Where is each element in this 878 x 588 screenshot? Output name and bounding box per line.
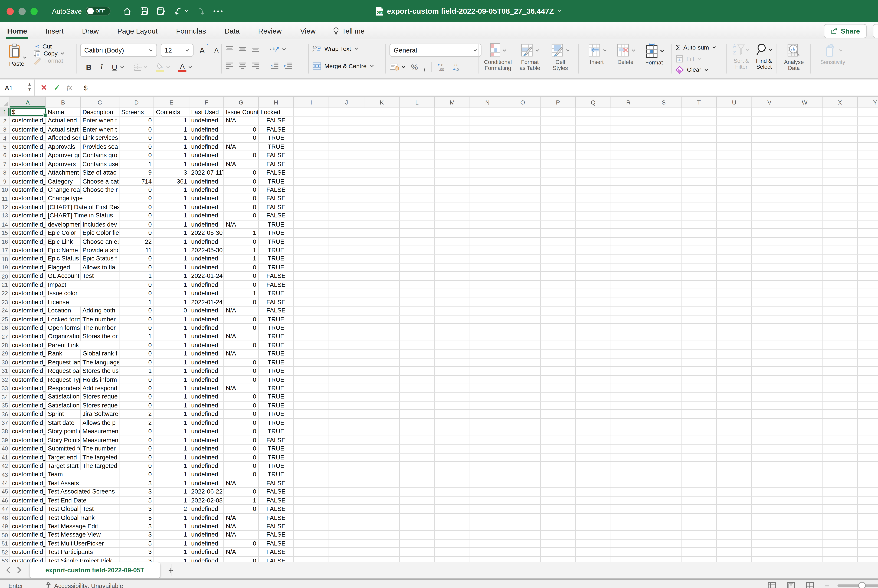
empty-cells[interactable] xyxy=(294,246,878,254)
cell-A22[interactable]: customfield_ xyxy=(10,289,46,297)
previous-sheet-arrow-icon[interactable] xyxy=(6,566,11,574)
cell-B25[interactable]: Locked form xyxy=(46,315,81,323)
empty-cells[interactable] xyxy=(294,134,878,142)
cell-F9[interactable]: undefined xyxy=(189,177,224,185)
column-header-R[interactable]: R xyxy=(611,97,646,108)
cell-A25[interactable]: customfield_ xyxy=(10,315,46,323)
cell-B24[interactable]: Location xyxy=(46,307,81,315)
cell-B14[interactable]: development xyxy=(46,220,81,228)
cell-A44[interactable]: customfield_ xyxy=(10,479,46,487)
cell-F8[interactable]: 2022-07-11T xyxy=(189,169,224,177)
empty-cells[interactable] xyxy=(294,255,878,263)
cell-H26[interactable]: TRUE xyxy=(259,324,294,332)
cell-A32[interactable]: customfield_ xyxy=(10,376,46,384)
normal-view-icon[interactable] xyxy=(767,582,776,588)
cell-D22[interactable]: 0 xyxy=(120,289,154,297)
cell-D49[interactable]: 3 xyxy=(120,522,154,530)
cell-C3[interactable]: Enter when t xyxy=(81,125,120,134)
cell-C34[interactable]: Stores reque xyxy=(81,393,120,401)
cell-E2[interactable]: 1 xyxy=(154,117,189,125)
row-header-2[interactable]: 2 xyxy=(0,117,10,125)
cell-E29[interactable]: 1 xyxy=(154,350,189,358)
cell-D28[interactable]: 0 xyxy=(120,341,154,349)
cell-H40[interactable]: TRUE xyxy=(259,445,294,453)
cell-D9[interactable]: 714 xyxy=(120,177,154,185)
cell-F36[interactable]: undefined xyxy=(189,410,224,418)
cell-E4[interactable]: 1 xyxy=(154,134,189,142)
empty-cells[interactable] xyxy=(294,540,878,548)
cell-F28[interactable]: undefined xyxy=(189,341,224,349)
cell-A46[interactable]: customfield_ xyxy=(10,496,46,504)
cell-E17[interactable]: 1 xyxy=(154,246,189,254)
cell-F52[interactable]: undefined xyxy=(189,548,224,556)
cell-F6[interactable]: undefined xyxy=(189,151,224,159)
cell-A51[interactable]: customfield_ xyxy=(10,540,46,548)
cell-A21[interactable]: customfield_ xyxy=(10,280,46,289)
cell-F3[interactable]: undefined xyxy=(189,125,224,134)
cell-G41[interactable]: 0 xyxy=(224,453,259,461)
page-break-view-icon[interactable] xyxy=(806,582,814,588)
format-cells-button[interactable]: Format xyxy=(640,39,668,66)
borders-button[interactable] xyxy=(134,64,148,71)
format-as-table-button[interactable]: Formatas Table xyxy=(514,39,545,71)
column-header-J[interactable]: J xyxy=(329,97,364,108)
empty-cells[interactable] xyxy=(294,142,878,151)
cell-H37[interactable]: TRUE xyxy=(259,419,294,427)
cell-F53[interactable]: undefined xyxy=(189,557,224,562)
cell-E39[interactable]: 1 xyxy=(154,436,189,444)
cell-B33[interactable]: Responders xyxy=(46,384,81,392)
column-header-M[interactable]: M xyxy=(435,97,470,108)
cell-F23[interactable]: 2022-01-24T xyxy=(189,298,224,306)
conditional-formatting-button[interactable]: ConditionalFormatting xyxy=(481,39,514,71)
row-header-38[interactable]: 38 xyxy=(0,427,10,435)
row-header-30[interactable]: 30 xyxy=(0,358,10,366)
cell-C9[interactable]: Choose a cat xyxy=(81,177,120,185)
cell-B30[interactable]: Request lang xyxy=(46,358,81,366)
column-header-A[interactable]: A xyxy=(10,97,46,108)
cell-D29[interactable]: 0 xyxy=(120,350,154,358)
cell-F48[interactable]: undefined xyxy=(189,514,224,522)
format-painter-button[interactable]: Format xyxy=(33,57,65,64)
cell-B8[interactable]: Attachment xyxy=(46,169,81,177)
cell-H4[interactable]: TRUE xyxy=(259,134,294,142)
cell-B22[interactable]: Issue color xyxy=(46,289,120,297)
tab-formulas[interactable]: Formulas xyxy=(175,24,207,38)
cell-E20[interactable]: 1 xyxy=(154,272,189,280)
underline-chevron-icon[interactable] xyxy=(120,66,124,69)
cell-H12[interactable]: FALSE xyxy=(259,203,294,211)
cell-D21[interactable]: 0 xyxy=(120,280,154,289)
row-header-18[interactable]: 18 xyxy=(0,255,10,263)
cell-G22[interactable]: 1 xyxy=(224,289,259,297)
cell-H15[interactable]: TRUE xyxy=(259,229,294,237)
column-header-D[interactable]: D xyxy=(120,97,154,108)
cell-F45[interactable]: 2022-06-22T xyxy=(189,488,224,496)
cell-D53[interactable]: 3 xyxy=(120,557,154,562)
row-header-8[interactable]: 8 xyxy=(0,169,10,177)
row-header-43[interactable]: 43 xyxy=(0,471,10,478)
cell-F40[interactable]: undefined xyxy=(189,445,224,453)
row-header-25[interactable]: 25 xyxy=(0,315,10,323)
cell-C36[interactable]: Jira Software xyxy=(81,410,120,418)
cell-G48[interactable]: N/A xyxy=(224,514,259,522)
row-header-13[interactable]: 13 xyxy=(0,212,10,220)
cell-A33[interactable]: customfield_ xyxy=(10,384,46,392)
insert-function-button[interactable]: fx xyxy=(67,83,72,92)
empty-cells[interactable] xyxy=(294,548,878,556)
cell-G35[interactable]: 0 xyxy=(224,402,259,410)
column-header-V[interactable]: V xyxy=(752,97,787,108)
next-sheet-arrow-icon[interactable] xyxy=(16,566,21,574)
cell-H35[interactable]: TRUE xyxy=(259,402,294,410)
cell-H34[interactable]: TRUE xyxy=(259,393,294,401)
cell-B19[interactable]: Flagged xyxy=(46,264,81,272)
cell-H33[interactable]: TRUE xyxy=(259,384,294,392)
align-left-icon[interactable] xyxy=(225,62,234,69)
cell-F21[interactable]: undefined xyxy=(189,280,224,289)
cell-B40[interactable]: Submitted fo xyxy=(46,445,81,453)
cell-D19[interactable]: 0 xyxy=(120,264,154,272)
row-header-19[interactable]: 19 xyxy=(0,264,10,272)
cell-E11[interactable]: 1 xyxy=(154,194,189,202)
empty-cells[interactable] xyxy=(294,522,878,530)
cell-H30[interactable]: TRUE xyxy=(259,358,294,366)
column-header-G[interactable]: G xyxy=(224,97,259,108)
cell-F49[interactable]: undefined xyxy=(189,522,224,530)
